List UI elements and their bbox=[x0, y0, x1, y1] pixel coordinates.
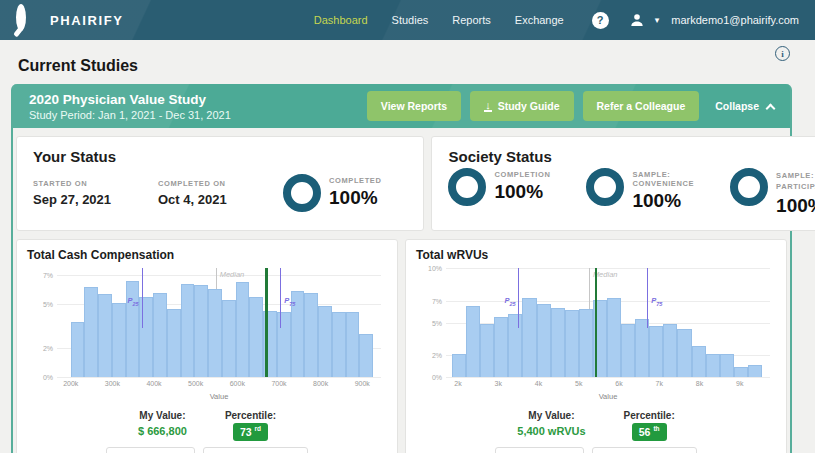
stats-col-header: N bbox=[107, 448, 130, 453]
study-guide-button[interactable]: ↓Study Guide bbox=[470, 91, 573, 121]
percentile-marker-label: P25 bbox=[504, 296, 515, 307]
chart-plot: 7%5%2%0%P25MedianP75 bbox=[57, 268, 381, 378]
histogram-bar bbox=[494, 317, 508, 377]
completed-on-label: COMPLETED ON bbox=[158, 179, 283, 188]
x-tick-label: 400k bbox=[146, 380, 161, 387]
x-tick-label: 900k bbox=[355, 380, 370, 387]
donut-label: COMPLETION bbox=[494, 170, 550, 179]
histogram-bar bbox=[332, 312, 346, 377]
x-tick-label: 700k bbox=[271, 380, 286, 387]
y-tick-label: 7% bbox=[418, 297, 442, 304]
histogram-bar bbox=[649, 326, 663, 377]
percentile-group: Percentile:56 th bbox=[624, 410, 675, 441]
stats-col-header: Min bbox=[520, 448, 551, 453]
stats-col-header: Min bbox=[131, 448, 162, 453]
cash-compensation-chart-card: Total Cash Compensation7%5%2%0%P25Median… bbox=[16, 239, 398, 453]
donut-value: 100% bbox=[776, 195, 815, 217]
status-row: Your Status STARTED ON Sep 27, 2021 COMP… bbox=[16, 136, 787, 231]
x-tick-label: 300k bbox=[105, 380, 120, 387]
y-tick-label: 2% bbox=[418, 352, 442, 359]
study-period: Study Period: Jan 1, 2021 - Dec 31, 2021 bbox=[29, 109, 231, 121]
y-tick-label: 2% bbox=[29, 344, 53, 351]
sample-convenience-donut-group: SAMPLE: CONVENIENCE 100% bbox=[586, 168, 694, 217]
view-reports-button[interactable]: View Reports bbox=[367, 91, 461, 121]
histogram-bar bbox=[706, 354, 720, 377]
x-tick-label: 5k bbox=[575, 380, 582, 387]
percentile-badge: 73 rd bbox=[233, 423, 268, 441]
percentile-group: Percentile:73 rd bbox=[225, 410, 276, 441]
collapse-toggle[interactable]: Collapse bbox=[715, 100, 774, 112]
y-tick-label: 0% bbox=[418, 374, 442, 381]
stats-col-header: P75 bbox=[277, 448, 306, 453]
histogram-bar bbox=[84, 287, 98, 377]
x-tick-label: 4k bbox=[535, 380, 542, 387]
histogram-bar bbox=[153, 293, 167, 377]
histogram-bar bbox=[98, 294, 112, 377]
histogram-bar bbox=[112, 303, 126, 377]
my-value-group: My Value:5,400 wRVUs bbox=[517, 410, 585, 441]
x-tick-label: 6k bbox=[615, 380, 622, 387]
histogram-bar bbox=[194, 285, 208, 377]
completion-donut-group: COMPLETION 100% bbox=[448, 168, 550, 217]
y-tick-label: 0% bbox=[29, 374, 53, 381]
histogram-bar bbox=[359, 334, 373, 377]
nav-reports[interactable]: Reports bbox=[452, 14, 491, 26]
histogram-bar bbox=[318, 306, 332, 377]
stats-col-header: Median bbox=[234, 448, 278, 453]
user-icon bbox=[629, 12, 645, 28]
info-icon[interactable]: i bbox=[775, 46, 790, 61]
histogram-bar bbox=[537, 304, 551, 377]
my-value-group: My Value:$ 666,800 bbox=[138, 410, 187, 441]
histogram-bar bbox=[720, 354, 734, 377]
histogram-bar bbox=[621, 324, 635, 377]
my-value: $ 666,800 bbox=[138, 425, 187, 437]
refer-colleague-button[interactable]: Refer a Colleague bbox=[583, 91, 700, 121]
histogram-bar bbox=[167, 309, 181, 377]
nav-dashboard[interactable]: Dashboard bbox=[314, 14, 368, 26]
histogram-bar bbox=[236, 282, 250, 377]
banner-actions: View Reports ↓Study Guide Refer a Collea… bbox=[358, 91, 778, 121]
stats-col-header: P75 bbox=[666, 448, 695, 453]
y-tick-label: 10% bbox=[418, 265, 442, 272]
x-tick-label: 9k bbox=[736, 380, 743, 387]
chart-title: Total wRVUs bbox=[416, 248, 776, 262]
histogram-bar bbox=[692, 346, 706, 377]
completed-on-block: COMPLETED ON Oct 4, 2021 bbox=[158, 179, 283, 207]
x-tick-label: 8k bbox=[696, 380, 703, 387]
sample-participation-donut-group: SAMPLE: PARTICIPATION 100% bbox=[730, 168, 815, 217]
progress-donut-icon bbox=[283, 174, 321, 212]
main-nav: Dashboard Studies Reports Exchange ? ▾ m… bbox=[314, 12, 799, 29]
started-on-label: STARTED ON bbox=[33, 179, 158, 188]
help-icon[interactable]: ? bbox=[592, 12, 609, 29]
chart-summary: My Value:5,400 wRVUsPercentile:56 th bbox=[416, 410, 776, 441]
x-tick-label: 7k bbox=[656, 380, 663, 387]
donut-value: 100% bbox=[494, 181, 550, 203]
completed-donut-group: COMPLETED 100% bbox=[283, 174, 381, 212]
percentile-marker-label: P75 bbox=[651, 296, 662, 307]
histogram-bar bbox=[579, 309, 593, 377]
donut-value: 100% bbox=[329, 187, 381, 209]
x-tick-label: 500k bbox=[188, 380, 203, 387]
x-tick-label: 2k bbox=[454, 380, 461, 387]
stats-tables: NMinMaxP25MedianP75 bbox=[27, 447, 387, 453]
percentile-marker-label: P75 bbox=[284, 296, 295, 307]
histogram-bar bbox=[748, 365, 762, 377]
chart-plot: 10%7%5%2%0%P25MedianP75 bbox=[446, 268, 770, 378]
user-menu[interactable]: ▾ markdemo1@phairify.com bbox=[629, 12, 799, 28]
percentile-marker-line bbox=[142, 268, 143, 328]
chevron-down-icon: ▾ bbox=[655, 15, 660, 25]
stats-col-header: P25 bbox=[593, 448, 622, 453]
x-axis-title: Value bbox=[446, 392, 770, 401]
brand[interactable]: PHAIRIFY bbox=[16, 9, 123, 32]
study-banner: 2020 Physician Value Study Study Period:… bbox=[13, 84, 790, 128]
progress-donut-icon bbox=[730, 168, 768, 206]
chart-plot-area: 10%7%5%2%0%P25MedianP752k3k4k5k6k7k8k9kV… bbox=[446, 268, 770, 401]
nav-exchange[interactable]: Exchange bbox=[515, 14, 564, 26]
histogram-bar bbox=[208, 289, 222, 377]
my-value-label: My Value: bbox=[138, 410, 187, 421]
percentiles-table: P25MedianP75 bbox=[203, 447, 307, 453]
user-email: markdemo1@phairify.com bbox=[671, 14, 799, 26]
nav-studies[interactable]: Studies bbox=[392, 14, 429, 26]
completed-on-value: Oct 4, 2021 bbox=[158, 192, 283, 207]
started-on-block: STARTED ON Sep 27, 2021 bbox=[33, 179, 158, 207]
